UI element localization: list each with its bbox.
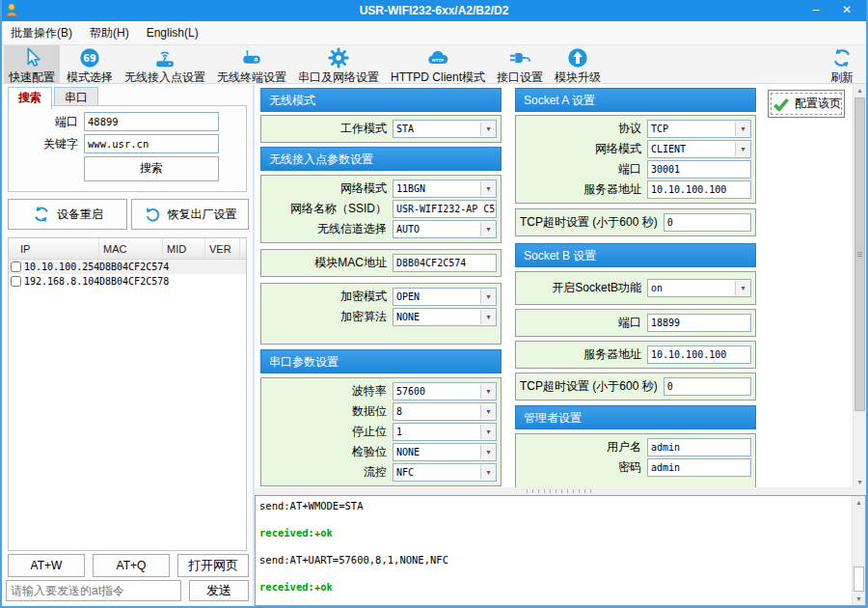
socketa-port-input[interactable]: 30001 (647, 160, 751, 179)
scroll-down-icon[interactable]: ▼ (853, 593, 865, 605)
col-mid[interactable]: MID (163, 238, 205, 259)
apply-page-button[interactable]: 配置该页 (768, 90, 845, 118)
log-splitter[interactable] (255, 487, 866, 495)
chevron-down-icon[interactable]: ▾ (735, 122, 750, 136)
send-button[interactable]: 发送 (189, 580, 249, 601)
upgrade-icon (566, 46, 589, 69)
socketa-protocol-select[interactable]: TCP▾ (647, 120, 751, 138)
socketa-netmode-select[interactable]: CLIENT▾ (647, 140, 751, 158)
field-label: 模块MAC地址 (265, 255, 387, 271)
chevron-down-icon[interactable]: ▾ (480, 122, 496, 136)
atw-button[interactable]: AT+W (8, 554, 85, 577)
chevron-down-icon[interactable]: ▾ (480, 445, 496, 459)
config-column-wireless: 无线模式 工作模式 STA▾ 无线接入点参数设置 网络模式 11BGN▾ 网络名… (260, 88, 502, 486)
row-checkbox[interactable] (11, 262, 21, 272)
keyword-input[interactable]: www.usr.cn (84, 134, 219, 153)
open-webpage-button[interactable]: 打开网页 (177, 554, 249, 577)
chevron-down-icon[interactable]: ▾ (480, 384, 496, 399)
toolbar-interface-settings[interactable]: 接口设置 (492, 45, 548, 83)
serial-params-box: 波特率 57600▾ 数据位 8▾ 停止位 1▾ 检验位 NONE▾ 流控 (260, 377, 502, 486)
admin-box: 用户名 admin 密码 admin (515, 433, 756, 488)
mac-input[interactable]: D8B04CF2C574 (393, 254, 497, 272)
toolbar-sta-settings[interactable]: 无线终端设置 (212, 45, 291, 83)
toolbar-module-upgrade[interactable]: 模块升级 (550, 45, 606, 83)
socketa-timeout-input[interactable]: 0 (664, 213, 751, 232)
splitter-grip-icon (527, 489, 594, 493)
menubar: 批量操作(B) 帮助(H) English(L) (2, 21, 866, 45)
chevron-down-icon[interactable]: ▾ (480, 465, 496, 480)
channel-select[interactable]: AUTO▾ (393, 220, 497, 238)
workmode-select[interactable]: STA▾ (393, 120, 497, 138)
atq-button[interactable]: AT+Q (93, 554, 170, 577)
at-command-input[interactable] (6, 580, 181, 601)
chevron-down-icon[interactable]: ▾ (480, 310, 496, 324)
baud-select[interactable]: 57600▾ (393, 382, 497, 401)
scroll-up-icon[interactable]: ▲ (854, 84, 866, 97)
databits-select[interactable]: 8▾ (393, 402, 497, 421)
field-label: 无线信道选择 (265, 221, 387, 237)
ssid-input[interactable]: USR-WIFI232-AP_C574 (393, 200, 497, 218)
field-label: 流控 (265, 464, 387, 481)
menu-english[interactable]: English(L) (138, 22, 207, 44)
menu-help[interactable]: 帮助(H) (81, 22, 138, 44)
socketb-server-input[interactable]: 10.10.100.100 (647, 345, 751, 364)
log-scrollbar[interactable]: ▲ ▼ (852, 496, 865, 605)
parity-select[interactable]: NONE▾ (393, 443, 497, 461)
wireless-mode-box: 工作模式 STA▾ (260, 115, 502, 143)
port-input[interactable]: 48899 (84, 112, 219, 131)
window-title: USR-WIFI232-6xx/A2/B2/D2 (0, 0, 868, 21)
log-lines: send:AT+WMODE=STA received:+ok send:AT+U… (259, 498, 850, 603)
toolbar-mode-select[interactable]: 69 模式选择 (62, 45, 118, 83)
security-mode-select[interactable]: OPEN▾ (393, 288, 497, 306)
toolbar-serial-network[interactable]: 串口及网络设置 (293, 45, 384, 83)
search-button[interactable]: 搜索 (84, 156, 219, 181)
chevron-down-icon[interactable]: ▾ (735, 281, 750, 295)
scrollbar-thumb[interactable] (854, 97, 865, 411)
chevron-down-icon[interactable]: ▾ (480, 290, 496, 304)
chevron-down-icon[interactable]: ▾ (480, 425, 496, 439)
flowctrl-select[interactable]: NFC▾ (393, 463, 497, 482)
close-button[interactable]: ✕ (833, 0, 860, 21)
factory-reset-label: 恢复出厂设置 (168, 207, 237, 223)
config-scrollbar[interactable]: ▲ ▼ (853, 84, 866, 488)
at-command-buttons: AT+W AT+Q 打开网页 (8, 554, 249, 577)
field-label: 工作模式 (265, 121, 387, 137)
menu-batch-ops[interactable]: 批量操作(B) (2, 22, 81, 44)
toolbar-ap-settings[interactable]: 无线接入点设置 (120, 45, 210, 83)
toolbar-refresh[interactable]: 刷新 (826, 45, 858, 83)
socketb-port-input[interactable]: 18899 (647, 314, 751, 332)
toolbar-httpd-client[interactable]: HTTP HTTPD Client模式 (386, 45, 490, 83)
socket-a-box: 协议 TCP▾ 网络模式 CLIENT▾ 端口 30001 服务器地址 10.1… (515, 115, 756, 204)
scrollbar-thumb[interactable] (854, 567, 864, 592)
table-row[interactable]: 10.10.100.254 D8B04CF2C574 (9, 260, 246, 274)
security-box: 加密模式 OPEN▾ 加密算法 NONE▾ (260, 283, 502, 345)
stopbits-select[interactable]: 1▾ (393, 423, 497, 441)
ap-params-box: 网络模式 11BGN▾ 网络名称（SSID） USR-WIFI232-AP_C5… (260, 175, 502, 243)
security-algo-select[interactable]: NONE▾ (393, 308, 497, 326)
password-input[interactable]: admin (647, 458, 751, 477)
socketb-enable-select[interactable]: on▾ (647, 279, 751, 297)
factory-reset-button[interactable]: 恢复出厂设置 (131, 199, 249, 230)
network-mode-select[interactable]: 11BGN▾ (393, 180, 497, 198)
scroll-up-icon[interactable]: ▲ (853, 496, 865, 509)
minimize-button[interactable]: – (802, 0, 829, 21)
col-mac[interactable]: MAC (99, 238, 163, 259)
row-checkbox[interactable] (11, 276, 21, 287)
port-label: 端口 (9, 114, 78, 130)
ap-router-icon (153, 46, 176, 69)
chevron-down-icon[interactable]: ▾ (480, 181, 496, 196)
chevron-down-icon[interactable]: ▾ (480, 404, 496, 419)
chevron-down-icon[interactable]: ▾ (480, 222, 496, 236)
tab-search[interactable]: 搜索 (8, 87, 52, 109)
gear-icon (327, 46, 350, 69)
col-ip[interactable]: IP (9, 238, 99, 259)
toolbar-quick-config[interactable]: 快速配置 (4, 45, 60, 83)
socketa-server-input[interactable]: 10.10.100.100 (647, 180, 751, 199)
chevron-down-icon[interactable]: ▾ (735, 142, 750, 156)
col-ver[interactable]: VER (205, 238, 240, 259)
titlebar: USR-WIFI232-6xx/A2/B2/D2 – ✕ (0, 0, 868, 21)
username-input[interactable]: admin (647, 438, 751, 456)
table-row[interactable]: 192.168.8.104 D8B04CF2C578 (9, 274, 246, 289)
socketb-timeout-input[interactable]: 0 (664, 377, 751, 396)
device-reboot-button[interactable]: 设备重启 (8, 199, 127, 230)
